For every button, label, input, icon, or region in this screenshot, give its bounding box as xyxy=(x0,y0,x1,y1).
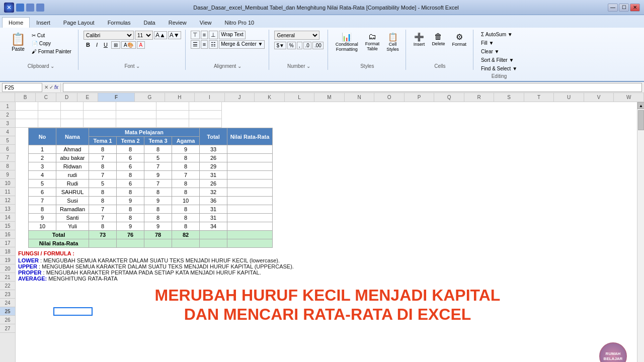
redo-icon[interactable] xyxy=(36,4,44,12)
align-left-button[interactable]: ☰ xyxy=(191,40,200,49)
cell-f3[interactable] xyxy=(116,119,156,128)
total-nilai[interactable] xyxy=(227,231,273,239)
cell-styles-button[interactable]: 📋 CellStyles xyxy=(384,31,401,53)
cell-nilai-6[interactable] xyxy=(227,188,273,197)
cell-agama-3[interactable]: 8 xyxy=(172,162,200,171)
fill-button[interactable]: Fill ▼ xyxy=(478,39,496,47)
cell-tema2-1[interactable]: 8 xyxy=(117,145,144,154)
cell-d2[interactable] xyxy=(61,111,84,119)
cell-no-8[interactable]: 8 xyxy=(29,205,56,214)
number-expand[interactable]: ⌄ xyxy=(306,63,310,69)
align-top-button[interactable]: ⊤ xyxy=(191,31,200,39)
cell-total-6[interactable]: 32 xyxy=(200,188,227,197)
cell-f2[interactable] xyxy=(116,111,156,119)
cell-tema3-6[interactable]: 8 xyxy=(144,188,172,197)
format-painter-button[interactable]: 🖌 Format Painter xyxy=(29,48,74,55)
cell-c1[interactable] xyxy=(38,102,61,111)
maximize-button[interactable]: ☐ xyxy=(619,4,629,12)
cell-tema1-6[interactable]: 8 xyxy=(89,188,117,197)
cell-total-3[interactable]: 29 xyxy=(200,162,227,171)
cell-nama-10[interactable]: Yuli xyxy=(56,222,89,231)
font-grow-button[interactable]: A▲ xyxy=(154,31,167,39)
align-middle-button[interactable]: ≡ xyxy=(201,31,208,39)
cell-nama-4[interactable]: rudi xyxy=(56,171,89,179)
cell-h2[interactable] xyxy=(189,111,222,119)
cell-total-4[interactable]: 31 xyxy=(200,171,227,179)
cell-tema2-3[interactable]: 6 xyxy=(117,162,144,171)
cell-agama-8[interactable]: 8 xyxy=(172,205,200,214)
comma-button[interactable]: , xyxy=(297,42,302,49)
cell-tema1-7[interactable]: 8 xyxy=(89,197,117,205)
clear-button[interactable]: Clear ▼ xyxy=(478,48,502,55)
cell-no-7[interactable]: 7 xyxy=(29,197,56,205)
avg-nilai[interactable] xyxy=(227,239,273,248)
cell-tema1-9[interactable]: 7 xyxy=(89,214,117,222)
cell-tema1-4[interactable]: 7 xyxy=(89,171,117,179)
cell-tema2-5[interactable]: 6 xyxy=(117,179,144,188)
cell-agama-9[interactable]: 8 xyxy=(172,214,200,222)
cut-button[interactable]: ✂ Cut xyxy=(29,32,74,39)
font-family-select[interactable]: Calibri xyxy=(84,31,134,40)
font-color-button[interactable]: A xyxy=(137,41,145,49)
cell-agama-10[interactable]: 8 xyxy=(172,222,200,231)
cell-agama-7[interactable]: 10 xyxy=(172,197,200,205)
tab-data[interactable]: Data xyxy=(137,17,162,28)
cell-c3[interactable] xyxy=(38,119,61,128)
merge-center-button[interactable]: Merge & Center ▼ xyxy=(219,40,265,49)
total-total[interactable] xyxy=(200,231,227,239)
decrease-decimal-button[interactable]: .0 xyxy=(303,42,311,49)
increase-decimal-button[interactable]: .00 xyxy=(312,42,324,49)
cell-e2[interactable] xyxy=(84,111,116,119)
cell-nama-5[interactable]: Rudi xyxy=(56,179,89,188)
cell-f1[interactable] xyxy=(116,102,156,111)
cell-total-7[interactable]: 36 xyxy=(200,197,227,205)
cell-h3[interactable] xyxy=(189,119,222,128)
cell-tema3-5[interactable]: 7 xyxy=(144,179,172,188)
clipboard-expand[interactable]: ⌄ xyxy=(50,63,54,69)
format-as-table-button[interactable]: 🗂 FormatTable xyxy=(363,31,382,53)
cell-agama-5[interactable]: 8 xyxy=(172,179,200,188)
cell-tema3-2[interactable]: 5 xyxy=(144,154,172,162)
avg-tema2[interactable] xyxy=(117,239,144,248)
cell-tema2-8[interactable]: 8 xyxy=(117,205,144,214)
cell-nilai-8[interactable] xyxy=(227,205,273,214)
cell-agama-2[interactable]: 8 xyxy=(172,154,200,162)
name-box[interactable] xyxy=(2,83,42,92)
cell-nama-2[interactable]: abu bakar xyxy=(56,154,89,162)
cell-tema3-3[interactable]: 7 xyxy=(144,162,172,171)
total-tema3[interactable]: 78 xyxy=(144,231,172,239)
tab-page-layout[interactable]: Page Layout xyxy=(57,17,101,28)
cell-agama-1[interactable]: 9 xyxy=(172,145,200,154)
total-tema1[interactable]: 73 xyxy=(89,231,117,239)
insert-function-button[interactable]: fx xyxy=(54,84,58,90)
cell-agama-4[interactable]: 7 xyxy=(172,171,200,179)
cell-e3[interactable] xyxy=(84,119,116,128)
cell-tema3-9[interactable]: 8 xyxy=(144,214,172,222)
tab-formulas[interactable]: Formulas xyxy=(101,17,137,28)
scroll-thumb[interactable] xyxy=(638,110,644,130)
percent-button[interactable]: % xyxy=(287,42,296,49)
cell-nilai-7[interactable] xyxy=(227,197,273,205)
cell-b3[interactable] xyxy=(16,119,38,128)
cell-tema3-7[interactable]: 9 xyxy=(144,197,172,205)
tab-home[interactable]: Home xyxy=(2,17,30,28)
align-right-button[interactable]: ☷ xyxy=(209,40,218,49)
cell-nilai-2[interactable] xyxy=(227,154,273,162)
cell-nilai-4[interactable] xyxy=(227,171,273,179)
underline-button[interactable]: U xyxy=(101,41,110,49)
grid-area[interactable]: No Nama Mata Pelajaran Total Nilai Rata-… xyxy=(16,102,637,362)
cell-total-10[interactable]: 34 xyxy=(200,222,227,231)
cell-tema1-5[interactable]: 5 xyxy=(89,179,117,188)
cell-tema3-4[interactable]: 9 xyxy=(144,171,172,179)
conditional-formatting-button[interactable]: 📊 ConditionalFormatting xyxy=(333,31,361,53)
avg-total[interactable] xyxy=(200,239,227,248)
cell-b2[interactable] xyxy=(16,111,38,119)
undo-icon[interactable] xyxy=(26,4,34,12)
cell-total-8[interactable]: 31 xyxy=(200,205,227,214)
cell-tema2-6[interactable]: 8 xyxy=(117,188,144,197)
alignment-expand[interactable]: ⌄ xyxy=(237,63,242,69)
scroll-up-button[interactable]: ▲ xyxy=(637,102,644,109)
save-icon[interactable] xyxy=(16,4,24,12)
cell-g1[interactable] xyxy=(156,102,189,111)
cell-tema2-2[interactable]: 6 xyxy=(117,154,144,162)
